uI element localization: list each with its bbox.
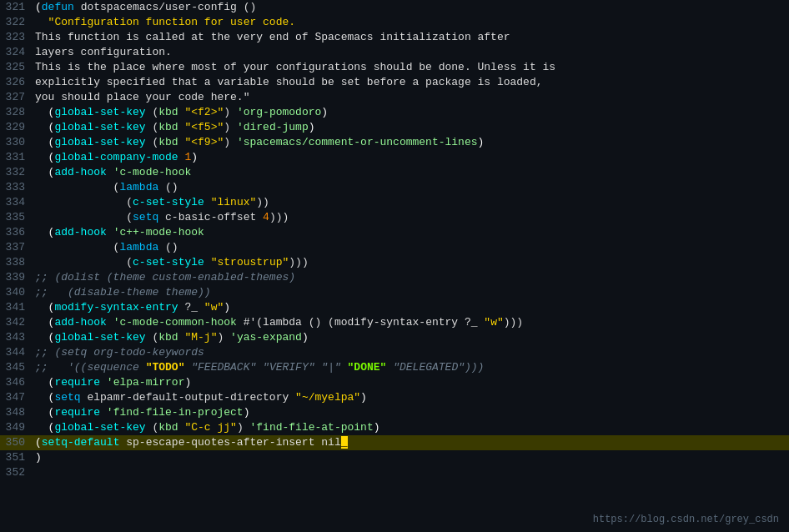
code-content: layers configuration. <box>32 45 789 60</box>
table-row: 328 (global-set-key (kbd "<f2>") 'org-po… <box>0 105 789 120</box>
table-row: 346 (require 'elpa-mirror) <box>0 375 789 390</box>
line-number: 346 <box>0 375 32 390</box>
line-number: 329 <box>0 120 32 135</box>
line-number: 351 <box>0 450 32 465</box>
code-content: This is the place where most of your con… <box>32 60 789 75</box>
line-number: 345 <box>0 360 32 375</box>
table-row: 345;; '((sequence "TODO" "FEEDBACK" "VER… <box>0 360 789 375</box>
line-number: 327 <box>0 90 32 105</box>
code-content: (lambda () <box>32 240 789 255</box>
line-number: 321 <box>0 0 32 15</box>
code-content: (global-set-key (kbd "<f2>") 'org-pomodo… <box>32 105 789 120</box>
table-row: 329 (global-set-key (kbd "<f5>") 'dired-… <box>0 120 789 135</box>
line-number: 349 <box>0 420 32 435</box>
code-content: (global-company-mode 1) <box>32 150 789 165</box>
table-row: 334 (c-set-style "linux")) <box>0 195 789 210</box>
line-number: 330 <box>0 135 32 150</box>
code-editor: 321(defun dotspacemacs/user-config ()322… <box>0 0 789 532</box>
line-number: 339 <box>0 270 32 285</box>
table-row: 325This is the place where most of your … <box>0 60 789 75</box>
line-number: 347 <box>0 390 32 405</box>
code-content: "Configuration function for user code. <box>32 15 789 30</box>
table-row: 340;; (disable-theme theme)) <box>0 285 789 300</box>
code-content: ) <box>32 450 789 465</box>
table-row: 332 (add-hook 'c-mode-hook <box>0 165 789 180</box>
code-content: This function is called at the very end … <box>32 30 789 45</box>
table-row: 342 (add-hook 'c-mode-common-hook #'(lam… <box>0 315 789 330</box>
code-content: (global-set-key (kbd "C-c jj") 'find-fil… <box>32 420 789 435</box>
table-row: 337 (lambda () <box>0 240 789 255</box>
line-number: 348 <box>0 405 32 420</box>
code-content: (lambda () <box>32 180 789 195</box>
table-row: 321(defun dotspacemacs/user-config () <box>0 0 789 15</box>
table-row: 350(setq-default sp-escape-quotes-after-… <box>0 435 789 450</box>
table-row: 338 (c-set-style "stroustrup"))) <box>0 255 789 270</box>
table-row: 351) <box>0 450 789 465</box>
line-number: 335 <box>0 210 32 225</box>
table-row: 323This function is called at the very e… <box>0 30 789 45</box>
line-number: 343 <box>0 330 32 345</box>
table-row: 333 (lambda () <box>0 180 789 195</box>
table-row: 347 (setq elpamr-default-output-director… <box>0 390 789 405</box>
line-number: 332 <box>0 165 32 180</box>
line-number: 336 <box>0 225 32 240</box>
table-row: 343 (global-set-key (kbd "M-j") 'yas-exp… <box>0 330 789 345</box>
table-row: 335 (setq c-basic-offset 4))) <box>0 210 789 225</box>
code-content: (setq elpamr-default-output-directory "~… <box>32 390 789 405</box>
table-row: 331 (global-company-mode 1) <box>0 150 789 165</box>
code-content: explicitly specified that a variable sho… <box>32 75 789 90</box>
table-row: 326explicitly specified that a variable … <box>0 75 789 90</box>
code-container: 321(defun dotspacemacs/user-config ()322… <box>0 0 789 532</box>
code-content: (c-set-style "linux")) <box>32 195 789 210</box>
line-number: 326 <box>0 75 32 90</box>
code-content: (modify-syntax-entry ?_ "w") <box>32 300 789 315</box>
code-content: (global-set-key (kbd "M-j") 'yas-expand) <box>32 330 789 345</box>
table-row: 344;; (setq org-todo-keywords <box>0 345 789 360</box>
line-number: 324 <box>0 45 32 60</box>
line-number: 340 <box>0 285 32 300</box>
line-number: 334 <box>0 195 32 210</box>
code-content: (add-hook 'c-mode-common-hook #'(lambda … <box>32 315 789 330</box>
code-content: ;; (disable-theme theme)) <box>32 285 789 300</box>
line-number: 350 <box>0 435 32 450</box>
line-number: 331 <box>0 150 32 165</box>
line-number: 337 <box>0 240 32 255</box>
code-content: (setq-default sp-escape-quotes-after-ins… <box>32 435 789 450</box>
table-row: 339;; (dolist (theme custom-enabled-them… <box>0 270 789 285</box>
line-number: 352 <box>0 465 32 480</box>
table-row: 324layers configuration. <box>0 45 789 60</box>
line-number: 333 <box>0 180 32 195</box>
code-content: (require 'find-file-in-project) <box>32 405 789 420</box>
code-content: (c-set-style "stroustrup"))) <box>32 255 789 270</box>
code-content: (defun dotspacemacs/user-config () <box>32 0 789 15</box>
line-number: 342 <box>0 315 32 330</box>
watermark: https://blog.csdn.net/grey_csdn <box>593 514 779 525</box>
line-number: 325 <box>0 60 32 75</box>
line-number: 328 <box>0 105 32 120</box>
table-row: 349 (global-set-key (kbd "C-c jj") 'find… <box>0 420 789 435</box>
line-number: 341 <box>0 300 32 315</box>
table-row: 322 "Configuration function for user cod… <box>0 15 789 30</box>
table-row: 330 (global-set-key (kbd "<f9>") 'spacem… <box>0 135 789 150</box>
table-row: 327you should place your code here." <box>0 90 789 105</box>
code-content: you should place your code here." <box>32 90 789 105</box>
line-number: 338 <box>0 255 32 270</box>
code-content: (global-set-key (kbd "<f9>") 'spacemacs/… <box>32 135 789 150</box>
table-row: 348 (require 'find-file-in-project) <box>0 405 789 420</box>
table-row: 336 (add-hook 'c++-mode-hook <box>0 225 789 240</box>
code-content: (add-hook 'c-mode-hook <box>32 165 789 180</box>
table-row: 341 (modify-syntax-entry ?_ "w") <box>0 300 789 315</box>
code-content: ;; (dolist (theme custom-enabled-themes) <box>32 270 789 285</box>
code-content: (require 'elpa-mirror) <box>32 375 789 390</box>
line-number: 323 <box>0 30 32 45</box>
line-number: 322 <box>0 15 32 30</box>
line-number: 344 <box>0 345 32 360</box>
code-content: (setq c-basic-offset 4))) <box>32 210 789 225</box>
code-content: ;; (setq org-todo-keywords <box>32 345 789 360</box>
code-content: (global-set-key (kbd "<f5>") 'dired-jump… <box>32 120 789 135</box>
code-content: (add-hook 'c++-mode-hook <box>32 225 789 240</box>
code-content: ;; '((sequence "TODO" "FEEDBACK" "VERIFY… <box>32 360 789 375</box>
table-row: 352 <box>0 465 789 480</box>
